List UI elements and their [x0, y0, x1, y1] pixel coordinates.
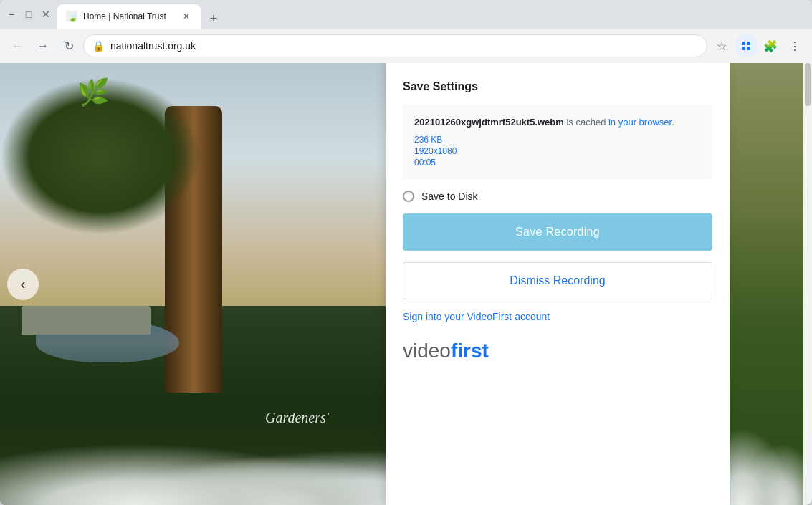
tab-favicon: 🍃: [66, 11, 77, 22]
toolbar-actions: ☆ 🧩 ⋮: [710, 34, 806, 57]
file-name-line: 202101260xgwjdtmrf52ukt5.webm is cached …: [414, 116, 701, 129]
toolbar: ← → ↻ 🔒 ☆ 🧩 ⋮: [0, 29, 812, 63]
save-disk-option[interactable]: Save to Disk: [403, 191, 712, 202]
bookmark-button[interactable]: ☆: [710, 34, 733, 57]
bridge: [22, 306, 151, 335]
sign-in-link[interactable]: Sign into your VideoFirst account: [403, 311, 712, 322]
nt-logo: 🌿: [75, 77, 111, 113]
maximize-button[interactable]: □: [23, 9, 34, 20]
window-controls: − □ ✕: [6, 9, 52, 20]
file-meta: 236 KB 1920x1080 00:05: [414, 135, 701, 168]
forward-button[interactable]: →: [32, 34, 54, 57]
new-tab-button[interactable]: +: [204, 9, 224, 29]
svg-rect-2: [742, 42, 745, 45]
save-recording-button[interactable]: Save Recording: [403, 213, 712, 251]
file-duration: 00:05: [414, 158, 701, 168]
vf-video-text: video: [403, 340, 451, 362]
address-bar[interactable]: 🔒: [83, 34, 707, 57]
address-input[interactable]: [110, 40, 698, 52]
filename: 202101260xgwjdtmrf52ukt5.webm: [414, 117, 564, 128]
vf-first-text: first: [451, 340, 489, 362]
scrollbar-thumb[interactable]: [805, 63, 811, 106]
svg-rect-5: [747, 47, 750, 50]
save-disk-radio[interactable]: [403, 191, 414, 202]
svg-text:🍃: 🍃: [67, 11, 77, 22]
scrollbar[interactable]: [803, 63, 812, 505]
gardeners-text: Gardeners': [265, 410, 329, 426]
tab-close-button[interactable]: ✕: [181, 11, 192, 22]
title-bar: − □ ✕ 🍃 Home | National Trust ✕ +: [0, 0, 812, 29]
menu-button[interactable]: ⋮: [783, 34, 806, 57]
dismiss-recording-button[interactable]: Dismiss Recording: [403, 262, 712, 299]
svg-rect-4: [742, 47, 745, 50]
tab-title: Home | National Trust: [83, 11, 175, 21]
cached-text: is cached: [564, 117, 608, 128]
minimize-button[interactable]: −: [6, 9, 17, 20]
extensions-button[interactable]: 🧩: [759, 34, 782, 57]
extension-panel: Save Settings 202101260xgwjdtmrf52ukt5.w…: [386, 63, 730, 505]
cached-link: in your browser.: [608, 117, 674, 128]
lock-icon: 🔒: [92, 40, 105, 52]
videofirst-logo: video first: [403, 340, 712, 362]
file-info-box: 202101260xgwjdtmrf52ukt5.webm is cached …: [403, 105, 712, 179]
carousel-prev-button[interactable]: ‹: [7, 269, 39, 300]
tab-bar: 🍃 Home | National Trust ✕ +: [57, 0, 806, 29]
browser-window: − □ ✕ 🍃 Home | National Trust ✕ + ← → ↻ …: [0, 0, 812, 505]
svg-rect-3: [747, 42, 750, 45]
close-button[interactable]: ✕: [40, 9, 52, 20]
panel-title: Save Settings: [403, 80, 712, 93]
file-resolution: 1920x1080: [414, 146, 701, 156]
active-tab[interactable]: 🍃 Home | National Trust ✕: [57, 4, 201, 29]
file-size: 236 KB: [414, 135, 701, 145]
save-disk-label: Save to Disk: [421, 191, 478, 202]
page-content: 🌿 Gardeners' ‹ › Save Settings 202101260…: [0, 63, 812, 505]
extension-active-button[interactable]: [735, 34, 758, 57]
nt-logo-icon: 🌿: [77, 77, 110, 107]
extension-icon: [740, 40, 752, 52]
refresh-button[interactable]: ↻: [57, 34, 80, 57]
back-button[interactable]: ←: [6, 34, 29, 57]
